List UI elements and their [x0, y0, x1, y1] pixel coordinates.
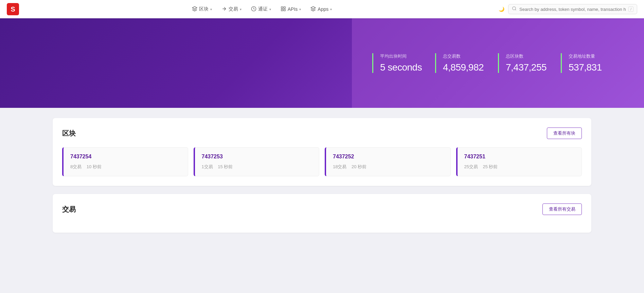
svg-rect-6	[284, 9, 285, 11]
block-meta-3: 18交易 20 秒前	[333, 164, 444, 170]
chevron-down-icon: ▾	[299, 7, 301, 11]
txns-section: 交易 查看所有交易	[53, 194, 591, 233]
logo[interactable]: S	[7, 3, 19, 15]
stat-avg-block-time-label: 平均出块时间	[380, 53, 435, 59]
stats-panel: 平均出块时间 5 seconds 总交易数 4,859,982 总区块数 7,4…	[352, 18, 644, 108]
stat-total-blocks: 总区块数 7,437,255	[498, 53, 561, 73]
search-input[interactable]	[519, 7, 626, 12]
view-all-blocks-button[interactable]: 查看所有块	[547, 128, 582, 139]
stat-total-addresses: 交易地址数量 537,831	[561, 53, 624, 73]
stat-total-blocks-value: 7,437,255	[506, 62, 561, 73]
apps-icon	[310, 6, 316, 13]
txns-section-title: 交易	[62, 205, 76, 214]
block-number-2: 7437253	[202, 154, 313, 160]
stat-total-blocks-label: 总区块数	[506, 53, 561, 59]
block-card-4[interactable]: 7437251 25交易 25 秒前	[456, 147, 582, 176]
block-card-1[interactable]: 7437254 8交易 10 秒前	[62, 147, 188, 176]
stat-total-addresses-label: 交易地址数量	[569, 53, 624, 59]
block-time-4: 25 秒前	[483, 164, 498, 169]
chevron-down-icon: ▾	[269, 7, 271, 11]
hero-section: 平均出块时间 5 seconds 总交易数 4,859,982 总区块数 7,4…	[0, 18, 644, 108]
block-number-1: 7437254	[70, 154, 182, 160]
block-meta-1: 8交易 10 秒前	[70, 164, 182, 170]
blocks-grid: 7437254 8交易 10 秒前 7437253 1交易 15 秒前 7437…	[62, 147, 582, 176]
theme-toggle[interactable]: 🌙	[496, 4, 507, 15]
stat-avg-block-time-value: 5 seconds	[380, 62, 435, 73]
nav-item-apps[interactable]: Apps ▾	[306, 4, 336, 15]
main-content: 区块 查看所有块 7437254 8交易 10 秒前 7437253 1交易 1…	[0, 108, 644, 251]
block-time-1: 10 秒前	[87, 164, 102, 169]
apis-icon	[281, 6, 286, 13]
tokens-icon	[251, 6, 256, 13]
stat-total-txns-label: 总交易数	[443, 53, 498, 59]
block-number-4: 7437251	[464, 154, 576, 160]
txns-icon	[221, 6, 227, 13]
block-time-3: 20 秒前	[352, 164, 366, 169]
block-txns-3: 18交易	[333, 164, 346, 169]
stat-total-addresses-value: 537,831	[569, 62, 624, 73]
svg-rect-3	[281, 7, 283, 8]
search-shortcut: /	[628, 6, 633, 12]
svg-text:S: S	[11, 5, 15, 13]
blocks-section-title: 区块	[62, 129, 76, 138]
nav-tokens-label: 通证	[258, 6, 268, 12]
nav-item-blocks[interactable]: 区块 ▾	[188, 4, 216, 15]
block-card-3[interactable]: 7437252 18交易 20 秒前	[325, 147, 451, 176]
svg-rect-5	[281, 9, 283, 11]
stat-total-txns: 总交易数 4,859,982	[435, 53, 498, 73]
blocks-section-header: 区块 查看所有块	[62, 128, 582, 139]
block-card-2[interactable]: 7437253 1交易 15 秒前	[194, 147, 320, 176]
block-txns-4: 25交易	[464, 164, 478, 169]
search-icon	[512, 6, 517, 12]
block-meta-2: 1交易 15 秒前	[202, 164, 313, 170]
svg-point-7	[513, 7, 516, 10]
blocks-icon	[192, 6, 197, 13]
nav-apis-label: APIs	[288, 6, 298, 12]
chevron-down-icon: ▾	[330, 7, 332, 11]
block-txns-2: 1交易	[202, 164, 213, 169]
chevron-down-icon: ▾	[210, 7, 212, 11]
navbar: S 区块 ▾ 交易 ▾	[0, 0, 644, 18]
nav-item-txns[interactable]: 交易 ▾	[217, 4, 246, 15]
block-number-3: 7437252	[333, 154, 444, 160]
block-time-2: 15 秒前	[218, 164, 233, 169]
nav-blocks-label: 区块	[199, 6, 209, 12]
view-all-txns-button[interactable]: 查看所有交易	[542, 203, 582, 215]
nav-item-apis[interactable]: APIs ▾	[276, 4, 305, 15]
block-meta-4: 25交易 25 秒前	[464, 164, 576, 170]
txns-section-header: 交易 查看所有交易	[62, 203, 582, 215]
block-txns-1: 8交易	[70, 164, 82, 169]
nav-item-tokens[interactable]: 通证 ▾	[247, 4, 275, 15]
nav-apps-label: Apps	[318, 6, 328, 12]
chevron-down-icon: ▾	[240, 7, 242, 11]
svg-rect-4	[284, 7, 285, 8]
search-bar[interactable]: /	[508, 4, 637, 14]
stat-total-txns-value: 4,859,982	[443, 62, 498, 73]
blocks-section: 区块 查看所有块 7437254 8交易 10 秒前 7437253 1交易 1…	[53, 118, 591, 186]
stat-avg-block-time: 平均出块时间 5 seconds	[372, 53, 435, 73]
nav-txns-label: 交易	[229, 6, 238, 12]
nav-menu: 区块 ▾ 交易 ▾ 通证 ▾	[29, 4, 495, 15]
